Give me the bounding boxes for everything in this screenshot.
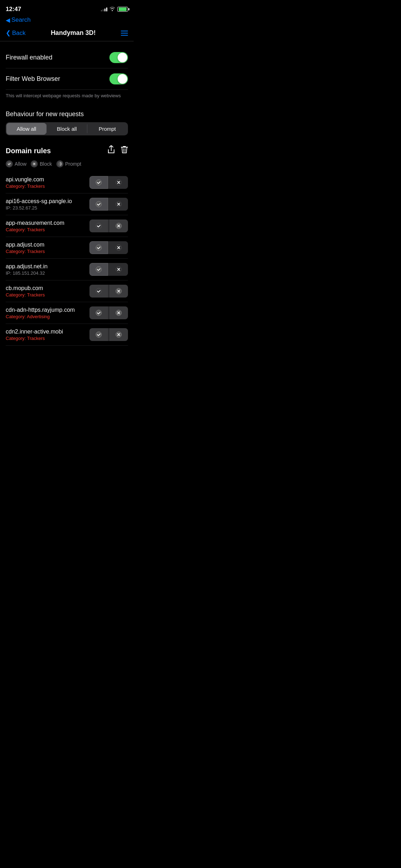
allow-button[interactable] bbox=[89, 328, 108, 341]
block-button[interactable] bbox=[109, 263, 128, 276]
domain-actions bbox=[107, 145, 128, 156]
legend-prompt-icon bbox=[56, 160, 63, 167]
domain-name: api.vungle.com bbox=[6, 176, 89, 183]
block-button[interactable] bbox=[109, 285, 128, 298]
firewall-toggle[interactable] bbox=[109, 52, 128, 63]
behaviour-title: Behaviour for new requests bbox=[6, 105, 128, 122]
seg-allow-all-label: Allow all bbox=[17, 126, 36, 132]
search-back-label: Search bbox=[11, 16, 31, 24]
back-chevron-small: ◀ bbox=[6, 17, 10, 24]
allow-button[interactable] bbox=[89, 306, 108, 319]
legend-prompt-label: Prompt bbox=[65, 161, 81, 167]
domain-sub: Category: Trackers bbox=[6, 227, 89, 232]
filter-browser-row: Filter Web Browser bbox=[6, 68, 128, 90]
domain-name: app-measurement.com bbox=[6, 220, 89, 226]
block-button[interactable] bbox=[109, 176, 128, 189]
behaviour-segmented-control: Allow all Block all Prompt bbox=[6, 122, 128, 135]
legend-allow: Allow bbox=[6, 160, 26, 167]
domain-rules-section: Domain rules bbox=[0, 141, 134, 346]
domain-sub: Category: Advertising bbox=[6, 314, 89, 319]
legend-allow-label: Allow bbox=[15, 161, 26, 167]
domain-sub: Category: Trackers bbox=[6, 249, 89, 254]
seg-block-all-label: Block all bbox=[57, 126, 77, 132]
domain-btn-group bbox=[89, 328, 128, 341]
domain-sub: IP: 185.151.204.32 bbox=[6, 270, 89, 276]
filter-browser-label: Filter Web Browser bbox=[6, 75, 60, 83]
legend-prompt: Prompt bbox=[56, 160, 81, 167]
allow-button[interactable] bbox=[89, 219, 108, 232]
status-icons bbox=[101, 7, 128, 12]
domain-list: api.vungle.com Category: Trackers bbox=[6, 172, 128, 346]
trash-icon[interactable] bbox=[121, 145, 128, 156]
domain-btn-group bbox=[89, 306, 128, 319]
table-row: app.adjust.net.in IP: 185.151.204.32 bbox=[6, 259, 128, 280]
domain-info: app-measurement.com Category: Trackers bbox=[6, 220, 89, 232]
battery-icon bbox=[117, 7, 128, 12]
firewall-label: Firewall enabled bbox=[6, 54, 52, 61]
block-button[interactable] bbox=[109, 306, 128, 319]
legend-block-label: Block bbox=[40, 161, 52, 167]
domain-sub: Category: Trackers bbox=[6, 292, 89, 298]
domain-sub: IP: 23.52.67.25 bbox=[6, 205, 89, 211]
legend-allow-icon bbox=[6, 160, 13, 167]
domain-btn-group bbox=[89, 285, 128, 298]
domain-name: app.adjust.com bbox=[6, 242, 89, 248]
status-bar: 12:47 bbox=[0, 0, 134, 16]
domain-info: api16-access-sg.pangle.io IP: 23.52.67.2… bbox=[6, 198, 89, 211]
back-label: Back bbox=[12, 30, 26, 37]
block-button[interactable] bbox=[109, 241, 128, 254]
allow-button[interactable] bbox=[89, 263, 108, 276]
domain-sub: Category: Trackers bbox=[6, 336, 89, 341]
seg-prompt-label: Prompt bbox=[99, 126, 116, 132]
back-button[interactable]: ❮ Back bbox=[6, 29, 26, 37]
domain-info: app.adjust.net.in IP: 185.151.204.32 bbox=[6, 263, 89, 276]
table-row: app-measurement.com Category: Trackers bbox=[6, 215, 128, 237]
table-row: cb.mopub.com Category: Trackers bbox=[6, 280, 128, 302]
menu-icon[interactable] bbox=[121, 31, 128, 36]
domain-info: cdn2.inner-active.mobi Category: Tracker… bbox=[6, 329, 89, 341]
domain-btn-group bbox=[89, 219, 128, 232]
firewall-row: Firewall enabled bbox=[6, 47, 128, 68]
status-time: 12:47 bbox=[6, 6, 21, 13]
nav-bar: ❮ Back Handyman 3D! bbox=[0, 26, 134, 41]
legend-block-icon bbox=[31, 160, 38, 167]
settings-section: Firewall enabled Filter Web Browser This… bbox=[0, 41, 134, 105]
domain-info: api.vungle.com Category: Trackers bbox=[6, 176, 89, 189]
domain-btn-group bbox=[89, 241, 128, 254]
share-icon[interactable] bbox=[107, 145, 115, 156]
domain-name: api16-access-sg.pangle.io bbox=[6, 198, 89, 205]
table-row: api16-access-sg.pangle.io IP: 23.52.67.2… bbox=[6, 193, 128, 215]
toggle-knob-2 bbox=[118, 74, 127, 84]
block-button[interactable] bbox=[109, 198, 128, 211]
table-row: cdn2.inner-active.mobi Category: Tracker… bbox=[6, 324, 128, 346]
filter-browser-toggle[interactable] bbox=[109, 73, 128, 84]
domain-name: cdn2.inner-active.mobi bbox=[6, 329, 89, 335]
allow-button[interactable] bbox=[89, 176, 108, 189]
seg-block-all[interactable]: Block all bbox=[47, 123, 87, 135]
block-button[interactable] bbox=[109, 328, 128, 341]
filter-description: This will intercept webpage requests mad… bbox=[6, 90, 128, 105]
back-chevron-icon: ❮ bbox=[6, 29, 11, 37]
toggle-knob bbox=[118, 53, 127, 62]
search-back-link[interactable]: ◀ Search bbox=[6, 16, 128, 24]
seg-prompt[interactable]: Prompt bbox=[87, 123, 127, 135]
behaviour-section: Behaviour for new requests Allow all Blo… bbox=[0, 105, 134, 141]
allow-button[interactable] bbox=[89, 241, 108, 254]
block-button[interactable] bbox=[109, 219, 128, 232]
table-row: cdn-adn-https.rayjump.com Category: Adve… bbox=[6, 302, 128, 324]
domain-info: cb.mopub.com Category: Trackers bbox=[6, 285, 89, 298]
domain-header: Domain rules bbox=[6, 141, 128, 159]
table-row: api.vungle.com Category: Trackers bbox=[6, 172, 128, 193]
wifi-icon bbox=[109, 7, 115, 12]
domain-btn-group bbox=[89, 263, 128, 276]
domain-name: cdn-adn-https.rayjump.com bbox=[6, 307, 89, 313]
domain-name: cb.mopub.com bbox=[6, 285, 89, 291]
domain-btn-group bbox=[89, 176, 128, 189]
domain-name: app.adjust.net.in bbox=[6, 263, 89, 270]
seg-allow-all[interactable]: Allow all bbox=[6, 123, 46, 135]
legend-row: Allow Block Prompt bbox=[6, 159, 128, 172]
domain-sub: Category: Trackers bbox=[6, 184, 89, 189]
page-title: Handyman 3D! bbox=[51, 29, 96, 37]
allow-button[interactable] bbox=[89, 198, 108, 211]
allow-button[interactable] bbox=[89, 285, 108, 298]
